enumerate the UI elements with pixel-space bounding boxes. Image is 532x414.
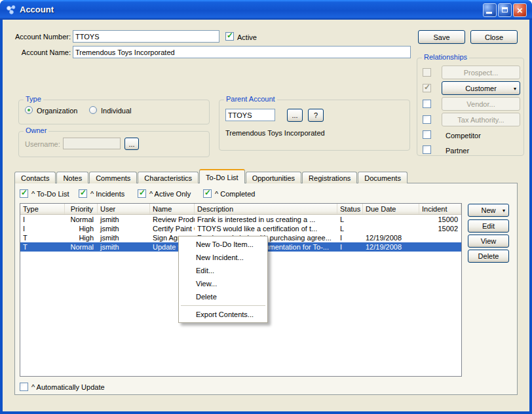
filter-completed-checkbox[interactable]: ✓: [203, 189, 212, 198]
parent-account-browse-button[interactable]: ...: [287, 109, 303, 122]
chevron-down-icon: ▾: [514, 85, 516, 91]
partner-checkbox[interactable]: [423, 145, 431, 154]
check-mark-icon: ✓: [227, 31, 233, 40]
column-header[interactable]: Name: [150, 204, 195, 214]
active-checkbox[interactable]: ✓: [225, 32, 234, 41]
filter-completed-label: ^ Completed: [215, 190, 255, 198]
table-cell: jsmith: [98, 215, 150, 224]
prospect-checkbox: [423, 68, 431, 77]
close-window-button[interactable]: ×: [513, 3, 527, 17]
column-header[interactable]: User: [98, 204, 150, 214]
table-cell: [419, 233, 461, 242]
filter-active-only-label: ^ Active Only: [149, 190, 191, 198]
table-cell: I: [20, 215, 65, 224]
tab-todo-list[interactable]: To-Do List: [199, 169, 245, 183]
table-cell: L: [337, 215, 363, 224]
new-button[interactable]: New▾: [468, 204, 509, 217]
chevron-down-icon: ▾: [503, 208, 505, 214]
table-row[interactable]: INormaljsmithReview Product F...Frank is…: [20, 215, 461, 224]
parent-account-display-name: Tremendous Toys Incorporated: [225, 129, 325, 137]
table-cell: Certify Paint Color: [150, 224, 195, 233]
menu-item[interactable]: Delete: [179, 290, 267, 303]
prospect-button: Prospect...: [442, 66, 520, 79]
account-window: Account × Account Number: ✓ Active Save …: [0, 0, 532, 414]
account-name-input[interactable]: [73, 46, 411, 58]
tax-authority-checkbox[interactable]: [423, 115, 431, 124]
table-cell: Normal: [65, 242, 98, 252]
table-cell: L: [337, 224, 363, 233]
restore-button[interactable]: [498, 3, 512, 17]
parent-account-title: Parent Account: [224, 95, 277, 103]
edit-button[interactable]: Edit: [468, 219, 509, 233]
table-cell: I: [337, 242, 363, 252]
tab-documents[interactable]: Documents: [358, 172, 408, 183]
column-header[interactable]: Description: [195, 204, 337, 214]
auto-update-checkbox[interactable]: [20, 383, 28, 391]
parent-account-help-button[interactable]: ?: [308, 109, 324, 122]
filter-incidents-checkbox[interactable]: ✓: [79, 189, 87, 198]
save-button[interactable]: Save: [418, 30, 465, 44]
individual-label: Individual: [101, 107, 131, 115]
vendor-button: Vendor...: [442, 97, 520, 111]
owner-title: Owner: [24, 126, 48, 134]
filter-todo-list-label: ^ To-Do List: [31, 190, 69, 198]
table-cell: Frank is interested in us creating a ...: [195, 215, 337, 224]
titlebar[interactable]: Account ×: [0, 0, 532, 20]
table-cell: 15000: [419, 215, 461, 224]
close-icon: ×: [514, 4, 526, 16]
new-button-label: New: [481, 206, 495, 214]
column-header[interactable]: Type: [20, 204, 65, 214]
column-header[interactable]: Due Date: [363, 204, 419, 214]
menu-item[interactable]: Export Contents...: [179, 308, 267, 321]
relationships-title: Relationships: [422, 53, 469, 61]
tab-registrations[interactable]: Registrations: [302, 172, 357, 183]
menu-separator: [181, 305, 265, 306]
check-mark-icon: ✓: [424, 83, 430, 92]
username-input: [63, 138, 121, 149]
competitor-label: Competitor: [446, 132, 481, 140]
tab-contacts[interactable]: Contacts: [14, 172, 56, 183]
column-header[interactable]: Status: [337, 204, 363, 214]
tax-authority-button: Tax Authority...: [442, 113, 520, 126]
customer-dropdown-button[interactable]: Customer▾: [442, 81, 520, 95]
auto-update-label: ^ Automatically Update: [31, 383, 105, 391]
competitor-checkbox[interactable]: [423, 130, 431, 139]
context-menu: New To-Do Item...New Incident...Edit...V…: [178, 236, 268, 323]
table-cell: I: [337, 233, 363, 242]
view-button[interactable]: View: [468, 235, 509, 248]
filter-todo-list-checkbox[interactable]: ✓: [20, 189, 28, 198]
minimize-icon: [486, 12, 492, 14]
check-mark-icon: ✓: [204, 188, 211, 197]
table-cell: Review Product F...: [150, 215, 195, 224]
tab-strip: Contacts Notes Comments Characteristics …: [14, 169, 408, 183]
account-number-input[interactable]: [73, 30, 219, 43]
parent-account-group: [219, 100, 410, 151]
menu-item[interactable]: View...: [179, 277, 267, 290]
delete-button[interactable]: Delete: [468, 250, 509, 263]
menu-item[interactable]: New To-Do Item...: [179, 238, 267, 251]
column-header[interactable]: Priority: [65, 204, 98, 214]
radio-organization[interactable]: [25, 106, 33, 114]
tab-characteristics[interactable]: Characteristics: [138, 172, 199, 183]
parent-account-input[interactable]: [225, 109, 275, 121]
tab-notes[interactable]: Notes: [56, 172, 88, 183]
vendor-checkbox[interactable]: [423, 100, 431, 108]
filter-active-only-checkbox[interactable]: ✓: [138, 189, 146, 198]
username-label: Username:: [25, 140, 60, 148]
check-mark-icon: ✓: [21, 188, 28, 197]
minimize-button[interactable]: [483, 3, 497, 17]
todo-table-header[interactable]: TypePriorityUserNameDescriptionStatusDue…: [20, 204, 461, 215]
menu-item[interactable]: New Incident...: [179, 251, 267, 264]
tab-opportunities[interactable]: Opportunities: [246, 172, 301, 183]
owner-browse-button[interactable]: ...: [124, 138, 139, 150]
table-row[interactable]: IHighjsmithCertify Paint ColorTTOYS woul…: [20, 224, 461, 233]
table-cell: TTOYS would like a certification of t...: [195, 224, 337, 233]
close-button[interactable]: Close: [470, 30, 518, 44]
table-cell: jsmith: [98, 242, 150, 252]
column-header[interactable]: Incident: [419, 204, 461, 214]
customer-label: Customer: [465, 85, 497, 92]
radio-individual[interactable]: [89, 106, 97, 114]
menu-item[interactable]: Edit...: [179, 264, 267, 277]
table-cell: High: [65, 224, 98, 233]
tab-comments[interactable]: Comments: [89, 172, 137, 183]
